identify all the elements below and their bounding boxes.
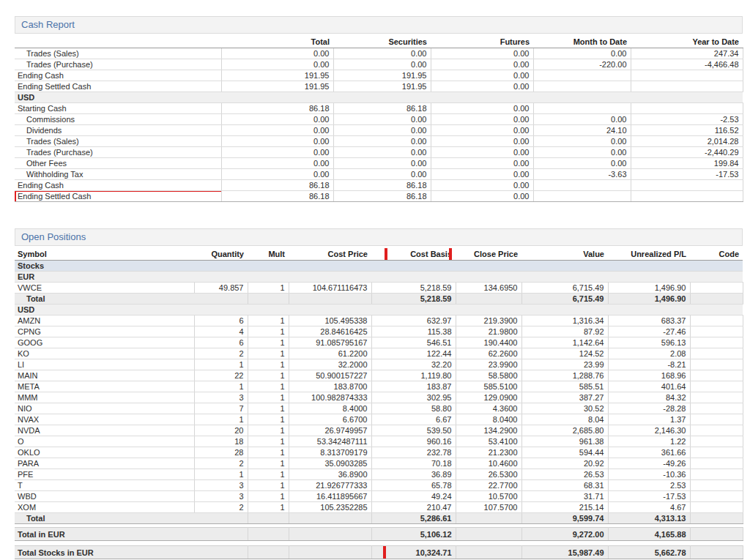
cell-text: 1 — [280, 415, 284, 424]
value-cell — [248, 546, 289, 559]
cell-text: 0.00 — [513, 181, 529, 190]
cell-text: 0.00 — [513, 170, 529, 179]
cell-text: 65.78 — [431, 481, 452, 490]
cell-text: 35.0903285 — [324, 459, 367, 468]
cell-text: 86.18 — [309, 104, 330, 113]
position-row: WBD3116.41189566749.2410.570031.71-17.53 — [15, 491, 743, 502]
value-cell: 1 — [248, 469, 289, 480]
cell-text: 1 — [280, 503, 284, 512]
cell-text: 2.53 — [670, 481, 686, 490]
open-positions-body: StocksEURVWCE49.8571104.6711164735,218.5… — [15, 261, 743, 524]
value-cell: 8.4000 — [289, 403, 371, 414]
cell-text: 100.982874333 — [311, 393, 367, 402]
symbol-cell: KO — [15, 348, 194, 359]
symbol-cell: CPNG — [15, 326, 194, 337]
cell-text: 58.5800 — [489, 371, 518, 380]
value-cell: 32.20 — [371, 359, 456, 370]
position-row: KO2161.2200122.4462.2600124.522.08 — [15, 348, 743, 359]
cell-text: 1,316.34 — [573, 316, 604, 325]
value-cell: 10,324.71 — [371, 546, 456, 559]
value-cell: 50.900157227 — [289, 370, 371, 381]
symbol-cell: NVDA — [15, 425, 194, 436]
value-cell: 1 — [248, 447, 289, 458]
value-cell — [456, 546, 521, 559]
cell-text: 2 — [239, 459, 243, 468]
cell-text: -10.36 — [663, 470, 686, 479]
cell-text: 247.34 — [714, 49, 739, 58]
value-cell: 1 — [248, 436, 289, 447]
value-cell: 191.95 — [333, 70, 431, 81]
symbol-text: NVAX — [18, 415, 39, 424]
value-cell: -3.63 — [533, 169, 631, 180]
cash-report-table: Total Securities Futures Month to Date Y… — [15, 36, 743, 202]
subtotal-row: Total5,218.596,715.491,496.90 — [15, 294, 743, 305]
cell-text: 10.5700 — [489, 492, 518, 501]
position-row: PARA2135.090328570.1810.460020.92-49.26 — [15, 458, 743, 469]
value-cell: 22 — [194, 370, 248, 381]
table-row: Ending Settled Cash191.95191.950.00 — [15, 81, 743, 92]
value-cell: 23.99 — [521, 359, 608, 370]
cell-text: 190.4400 — [484, 338, 518, 347]
footer-body-1: Total Stocks in EUR10,324.7115,987.495,6… — [15, 546, 743, 559]
cell-text: 1 — [280, 459, 284, 468]
col-header-futures: Futures — [431, 36, 533, 48]
symbol-text: AMZN — [18, 316, 40, 325]
row-label-text: Dividends — [26, 126, 62, 135]
cell-text: 6,715.49 — [573, 294, 604, 303]
value-cell: 8.313709179 — [289, 447, 371, 458]
value-cell: 1 — [194, 381, 248, 392]
cash-report-section-header[interactable]: Cash Report — [15, 16, 743, 34]
value-cell: 0.00 — [333, 158, 431, 169]
cell-text: 5,662.78 — [655, 548, 686, 557]
value-cell: 4.3600 — [456, 403, 521, 414]
position-row: XOM21105.2352285210.47107.5700215.144.67 — [15, 502, 743, 513]
value-cell: 10.5700 — [456, 491, 521, 502]
open-positions-section-header[interactable]: Open Positions — [15, 228, 743, 246]
statement-page: Cash Report Total Securities Futures Mon… — [0, 0, 750, 560]
cell-text: 16.411895667 — [316, 492, 368, 501]
position-row: OKLO2818.313709179232.7821.2300594.44361… — [15, 447, 743, 458]
value-cell: 0.00 — [333, 136, 431, 147]
value-cell: 122.44 — [371, 348, 456, 359]
value-cell: 23.9900 — [456, 359, 521, 370]
cell-text: 0.00 — [411, 170, 426, 179]
value-cell: 5,106.12 — [371, 528, 456, 541]
cell-text: 22.7700 — [489, 481, 518, 490]
table-row: Ending Settled Cash86.1886.180.00 — [15, 191, 743, 202]
cell-text: 0.00 — [411, 126, 426, 135]
cell-text: 5,106.12 — [420, 530, 452, 539]
cell-text: 191.95 — [402, 71, 427, 80]
cell-text: 9,272.00 — [573, 530, 604, 539]
value-cell: 0.00 — [221, 48, 333, 59]
subtotal-label: Total — [15, 513, 248, 524]
col-header-text: Month to Date — [573, 37, 627, 46]
value-cell: 0.00 — [431, 48, 533, 59]
value-cell: -2.53 — [631, 114, 743, 125]
table-row: Trades (Sales)0.000.000.000.00247.34 — [15, 48, 743, 59]
value-cell: 0.00 — [333, 48, 431, 59]
value-cell: 9,272.00 — [521, 528, 608, 541]
value-cell: 105.495338 — [289, 316, 371, 326]
value-cell — [690, 480, 743, 491]
footer-body-0: Total in EUR5,106.129,272.004,165.88 — [15, 528, 743, 541]
value-cell: 87.92 — [521, 326, 608, 337]
value-cell — [690, 528, 743, 541]
value-cell: 232.78 — [371, 447, 456, 458]
cell-text: 20.92 — [584, 459, 604, 468]
row-label: Ending Settled Cash — [15, 81, 221, 92]
value-cell: 190.4400 — [456, 337, 521, 348]
symbol-text: MAIN — [18, 371, 38, 380]
cell-text: 1 — [280, 371, 284, 380]
symbol-cell: XOM — [15, 502, 194, 513]
subtotal-text: Total — [26, 294, 45, 303]
cell-text: 68.31 — [584, 481, 604, 490]
cell-text: 9,599.74 — [573, 514, 604, 523]
cell-text: 632.97 — [427, 316, 452, 325]
cell-text: 2 — [239, 349, 243, 358]
cell-text: -49.26 — [663, 459, 686, 468]
row-label: Commissions — [15, 114, 221, 125]
value-cell: 210.47 — [371, 502, 456, 513]
cell-text: 0.00 — [411, 49, 426, 58]
value-cell: 0.00 — [533, 136, 631, 147]
cell-text: 1 — [280, 382, 284, 391]
